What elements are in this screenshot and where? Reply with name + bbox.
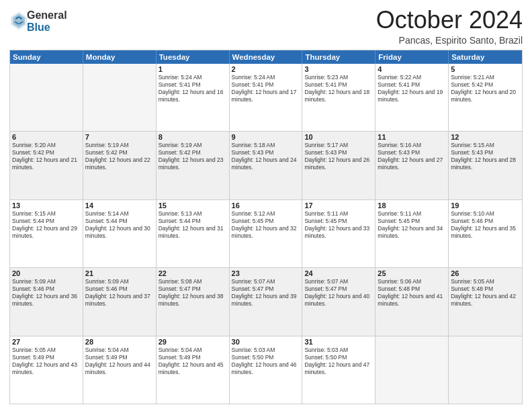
cell-info: Sunrise: 5:15 AM Sunset: 5:44 PM Dayligh… <box>12 210 81 240</box>
day-number: 29 <box>159 338 227 346</box>
cell-info: Sunrise: 5:05 AM Sunset: 5:49 PM Dayligh… <box>12 347 81 376</box>
day-number: 22 <box>159 269 227 277</box>
day-number: 11 <box>378 133 446 141</box>
cell-info: Sunrise: 5:04 AM Sunset: 5:49 PM Dayligh… <box>159 347 227 376</box>
logo-blue: Blue <box>27 21 67 34</box>
day-number: 23 <box>232 269 300 277</box>
cell-info: Sunrise: 5:24 AM Sunset: 5:41 PM Dayligh… <box>159 74 227 103</box>
day-cell-3: 3Sunrise: 5:23 AM Sunset: 5:41 PM Daylig… <box>302 64 375 131</box>
day-number: 24 <box>304 269 373 277</box>
calendar-week-5: 27Sunrise: 5:05 AM Sunset: 5:49 PM Dayli… <box>10 336 522 404</box>
day-number: 16 <box>232 201 300 210</box>
header-day-tuesday: Tuesday <box>157 50 230 64</box>
calendar: SundayMondayTuesdayWednesdayThursdayFrid… <box>9 50 523 404</box>
day-cell-29: 29Sunrise: 5:04 AM Sunset: 5:49 PM Dayli… <box>157 336 230 404</box>
calendar-week-4: 20Sunrise: 5:09 AM Sunset: 5:46 PM Dayli… <box>10 267 522 335</box>
calendar-header: SundayMondayTuesdayWednesdayThursdayFrid… <box>10 50 522 64</box>
empty-cell <box>10 64 83 131</box>
logo-text: General Blue <box>27 9 67 33</box>
cell-info: Sunrise: 5:10 AM Sunset: 5:46 PM Dayligh… <box>451 210 520 240</box>
day-number: 7 <box>85 133 154 141</box>
day-cell-24: 24Sunrise: 5:07 AM Sunset: 5:47 PM Dayli… <box>302 268 375 335</box>
day-number: 27 <box>12 338 81 346</box>
logo-icon <box>11 11 27 30</box>
cell-info: Sunrise: 5:15 AM Sunset: 5:43 PM Dayligh… <box>451 142 520 171</box>
day-cell-10: 10Sunrise: 5:17 AM Sunset: 5:43 PM Dayli… <box>302 132 375 199</box>
day-cell-15: 15Sunrise: 5:13 AM Sunset: 5:44 PM Dayli… <box>157 200 230 267</box>
day-cell-26: 26Sunrise: 5:05 AM Sunset: 5:48 PM Dayli… <box>449 268 522 335</box>
day-number: 3 <box>304 65 373 73</box>
day-number: 6 <box>12 133 81 141</box>
day-cell-22: 22Sunrise: 5:08 AM Sunset: 5:47 PM Dayli… <box>157 268 230 335</box>
header-day-friday: Friday <box>375 50 449 64</box>
day-cell-13: 13Sunrise: 5:15 AM Sunset: 5:44 PM Dayli… <box>10 200 83 267</box>
cell-info: Sunrise: 5:08 AM Sunset: 5:47 PM Dayligh… <box>159 278 227 308</box>
cell-info: Sunrise: 5:03 AM Sunset: 5:50 PM Dayligh… <box>304 347 373 376</box>
day-number: 12 <box>451 133 520 141</box>
day-cell-5: 5Sunrise: 5:21 AM Sunset: 5:42 PM Daylig… <box>449 64 522 131</box>
day-number: 8 <box>159 133 227 141</box>
day-number: 25 <box>378 269 446 277</box>
day-cell-20: 20Sunrise: 5:09 AM Sunset: 5:46 PM Dayli… <box>10 268 83 335</box>
day-number: 19 <box>451 201 520 210</box>
day-cell-23: 23Sunrise: 5:07 AM Sunset: 5:47 PM Dayli… <box>230 268 303 335</box>
day-number: 13 <box>12 201 81 210</box>
page: General Blue October 2024 Pancas, Espiri… <box>0 0 532 411</box>
cell-info: Sunrise: 5:07 AM Sunset: 5:47 PM Dayligh… <box>304 278 373 308</box>
day-number: 4 <box>378 65 446 73</box>
day-cell-18: 18Sunrise: 5:11 AM Sunset: 5:45 PM Dayli… <box>375 200 449 267</box>
day-number: 28 <box>85 338 154 346</box>
calendar-week-1: 1Sunrise: 5:24 AM Sunset: 5:41 PM Daylig… <box>10 64 522 131</box>
empty-cell <box>83 64 157 131</box>
day-cell-1: 1Sunrise: 5:24 AM Sunset: 5:41 PM Daylig… <box>157 64 230 131</box>
day-cell-19: 19Sunrise: 5:10 AM Sunset: 5:46 PM Dayli… <box>449 200 522 267</box>
header-day-saturday: Saturday <box>449 50 522 64</box>
day-cell-30: 30Sunrise: 5:03 AM Sunset: 5:50 PM Dayli… <box>230 336 303 404</box>
cell-info: Sunrise: 5:14 AM Sunset: 5:44 PM Dayligh… <box>85 210 154 240</box>
day-cell-25: 25Sunrise: 5:06 AM Sunset: 5:48 PM Dayli… <box>375 268 449 335</box>
day-cell-21: 21Sunrise: 5:09 AM Sunset: 5:46 PM Dayli… <box>83 268 157 335</box>
cell-info: Sunrise: 5:13 AM Sunset: 5:44 PM Dayligh… <box>159 210 227 240</box>
cell-info: Sunrise: 5:11 AM Sunset: 5:45 PM Dayligh… <box>304 210 373 240</box>
logo-general: General <box>27 9 67 21</box>
day-cell-17: 17Sunrise: 5:11 AM Sunset: 5:45 PM Dayli… <box>302 200 375 267</box>
day-number: 20 <box>12 269 81 277</box>
day-cell-27: 27Sunrise: 5:05 AM Sunset: 5:49 PM Dayli… <box>10 336 83 404</box>
header-day-wednesday: Wednesday <box>230 50 303 64</box>
day-cell-11: 11Sunrise: 5:16 AM Sunset: 5:43 PM Dayli… <box>375 132 449 199</box>
day-number: 21 <box>85 269 154 277</box>
title-block: October 2024 Pancas, Espirito Santo, Bra… <box>376 7 523 46</box>
header-day-sunday: Sunday <box>10 50 83 64</box>
cell-info: Sunrise: 5:05 AM Sunset: 5:48 PM Dayligh… <box>451 278 520 308</box>
cell-info: Sunrise: 5:24 AM Sunset: 5:41 PM Dayligh… <box>232 74 300 103</box>
cell-info: Sunrise: 5:06 AM Sunset: 5:48 PM Dayligh… <box>378 278 446 308</box>
day-cell-9: 9Sunrise: 5:18 AM Sunset: 5:43 PM Daylig… <box>230 132 303 199</box>
day-number: 9 <box>232 133 300 141</box>
day-number: 5 <box>451 65 520 73</box>
day-number: 15 <box>159 201 227 210</box>
day-number: 18 <box>378 201 446 210</box>
cell-info: Sunrise: 5:09 AM Sunset: 5:46 PM Dayligh… <box>85 278 154 308</box>
day-number: 26 <box>451 269 520 277</box>
day-number: 31 <box>304 338 373 346</box>
cell-info: Sunrise: 5:20 AM Sunset: 5:42 PM Dayligh… <box>12 142 81 171</box>
day-cell-12: 12Sunrise: 5:15 AM Sunset: 5:43 PM Dayli… <box>449 132 522 199</box>
day-cell-2: 2Sunrise: 5:24 AM Sunset: 5:41 PM Daylig… <box>230 64 303 131</box>
day-cell-6: 6Sunrise: 5:20 AM Sunset: 5:42 PM Daylig… <box>10 132 83 199</box>
month-title: October 2024 <box>376 7 523 34</box>
cell-info: Sunrise: 5:04 AM Sunset: 5:49 PM Dayligh… <box>85 347 154 376</box>
header-day-monday: Monday <box>83 50 157 64</box>
calendar-week-3: 13Sunrise: 5:15 AM Sunset: 5:44 PM Dayli… <box>10 199 522 267</box>
header: General Blue October 2024 Pancas, Espiri… <box>9 7 523 46</box>
cell-info: Sunrise: 5:17 AM Sunset: 5:43 PM Dayligh… <box>304 142 373 171</box>
day-number: 30 <box>232 338 300 346</box>
cell-info: Sunrise: 5:23 AM Sunset: 5:41 PM Dayligh… <box>304 74 373 103</box>
day-number: 1 <box>159 65 227 73</box>
day-number: 14 <box>85 201 154 210</box>
logo: General Blue <box>9 9 67 33</box>
cell-info: Sunrise: 5:19 AM Sunset: 5:42 PM Dayligh… <box>85 142 154 171</box>
day-cell-28: 28Sunrise: 5:04 AM Sunset: 5:49 PM Dayli… <box>83 336 157 404</box>
cell-info: Sunrise: 5:12 AM Sunset: 5:45 PM Dayligh… <box>232 210 300 240</box>
header-day-thursday: Thursday <box>302 50 375 64</box>
day-cell-31: 31Sunrise: 5:03 AM Sunset: 5:50 PM Dayli… <box>302 336 375 404</box>
